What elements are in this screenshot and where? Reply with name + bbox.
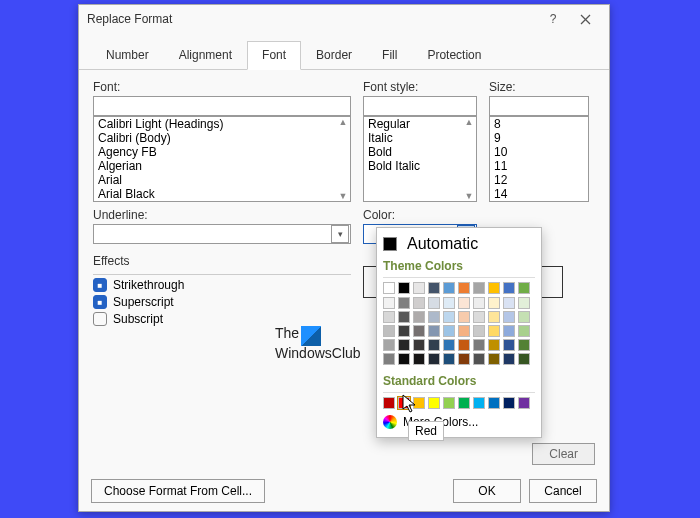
color-swatch[interactable] [488, 397, 500, 409]
font-style-listbox[interactable]: Regular Italic Bold Bold Italic ▲▼ [363, 116, 477, 202]
color-swatch[interactable] [503, 311, 515, 323]
color-swatch[interactable] [383, 353, 395, 365]
color-swatch[interactable] [383, 397, 395, 409]
color-swatch[interactable] [518, 325, 530, 337]
color-swatch[interactable] [428, 311, 440, 323]
color-swatch[interactable] [458, 297, 470, 309]
scrollbar[interactable]: ▲▼ [336, 117, 350, 201]
color-swatch[interactable] [398, 325, 410, 337]
ok-button[interactable]: OK [453, 479, 521, 503]
color-swatch[interactable] [443, 339, 455, 351]
font-item[interactable]: Calibri (Body) [94, 131, 350, 145]
color-swatch[interactable] [488, 325, 500, 337]
color-swatch[interactable] [383, 282, 395, 294]
color-swatch[interactable] [443, 311, 455, 323]
color-swatch[interactable] [413, 339, 425, 351]
color-swatch[interactable] [503, 339, 515, 351]
tab-font[interactable]: Font [247, 41, 301, 70]
color-swatch[interactable] [443, 325, 455, 337]
color-swatch[interactable] [443, 397, 455, 409]
tab-protection[interactable]: Protection [412, 41, 496, 69]
tab-alignment[interactable]: Alignment [164, 41, 247, 69]
more-colors-item[interactable]: More Colors... [383, 413, 535, 431]
color-swatch[interactable] [398, 353, 410, 365]
color-swatch[interactable] [383, 339, 395, 351]
color-swatch[interactable] [473, 311, 485, 323]
color-swatch[interactable] [473, 339, 485, 351]
font-listbox[interactable]: Calibri Light (Headings) Calibri (Body) … [93, 116, 351, 202]
cancel-button[interactable]: Cancel [529, 479, 597, 503]
color-swatch[interactable] [458, 311, 470, 323]
color-swatch[interactable] [413, 282, 425, 294]
font-item[interactable]: Arial Black [94, 187, 350, 201]
underline-combo[interactable]: ▾ [93, 224, 351, 244]
color-swatch[interactable] [398, 282, 410, 294]
color-swatch[interactable] [503, 325, 515, 337]
strikethrough-checkbox[interactable]: Strikethrough [93, 278, 351, 292]
style-item[interactable]: Bold [364, 145, 476, 159]
color-swatch[interactable] [518, 282, 530, 294]
font-item[interactable]: Algerian [94, 159, 350, 173]
color-swatch[interactable] [458, 353, 470, 365]
color-swatch[interactable] [518, 353, 530, 365]
tab-border[interactable]: Border [301, 41, 367, 69]
color-swatch[interactable] [473, 353, 485, 365]
subscript-checkbox[interactable]: Subscript [93, 312, 351, 326]
color-swatch[interactable] [503, 353, 515, 365]
help-button[interactable]: ? [537, 7, 569, 31]
color-swatch[interactable] [428, 353, 440, 365]
color-swatch[interactable] [458, 282, 470, 294]
color-swatch[interactable] [488, 339, 500, 351]
color-swatch[interactable] [458, 397, 470, 409]
automatic-color-item[interactable]: Automatic [383, 232, 535, 256]
color-swatch[interactable] [503, 397, 515, 409]
color-swatch[interactable] [443, 282, 455, 294]
choose-format-button[interactable]: Choose Format From Cell... [91, 479, 265, 503]
color-swatch[interactable] [518, 397, 530, 409]
color-swatch[interactable] [518, 311, 530, 323]
scrollbar[interactable]: ▲▼ [462, 117, 476, 201]
color-swatch[interactable] [428, 297, 440, 309]
style-item[interactable]: Regular [364, 117, 476, 131]
font-item[interactable]: Agency FB [94, 145, 350, 159]
color-swatch[interactable] [413, 353, 425, 365]
font-item[interactable]: Arial [94, 173, 350, 187]
color-swatch[interactable] [458, 339, 470, 351]
font-style-input[interactable] [363, 96, 477, 116]
color-swatch[interactable] [488, 353, 500, 365]
chevron-down-icon[interactable]: ▾ [331, 225, 349, 243]
color-swatch[interactable] [518, 297, 530, 309]
style-item[interactable]: Bold Italic [364, 159, 476, 173]
color-swatch[interactable] [443, 353, 455, 365]
superscript-checkbox[interactable]: Superscript [93, 295, 351, 309]
color-swatch[interactable] [473, 397, 485, 409]
color-swatch[interactable] [413, 325, 425, 337]
color-swatch[interactable] [413, 297, 425, 309]
size-input[interactable] [489, 96, 589, 116]
color-swatch[interactable] [473, 282, 485, 294]
color-swatch[interactable] [428, 339, 440, 351]
color-swatch[interactable] [428, 325, 440, 337]
color-swatch[interactable] [428, 397, 440, 409]
color-swatch[interactable] [503, 282, 515, 294]
tab-fill[interactable]: Fill [367, 41, 412, 69]
color-swatch[interactable] [488, 311, 500, 323]
color-swatch[interactable] [398, 297, 410, 309]
scrollbar[interactable] [574, 117, 588, 201]
color-swatch[interactable] [428, 282, 440, 294]
color-swatch[interactable] [518, 339, 530, 351]
size-listbox[interactable]: 8 9 10 11 12 14 [489, 116, 589, 202]
color-swatch[interactable] [488, 297, 500, 309]
color-swatch[interactable] [383, 297, 395, 309]
font-item[interactable]: Calibri Light (Headings) [94, 117, 350, 131]
color-swatch[interactable] [443, 297, 455, 309]
tab-number[interactable]: Number [91, 41, 164, 69]
color-swatch[interactable] [398, 311, 410, 323]
close-button[interactable] [569, 7, 601, 31]
color-swatch[interactable] [413, 311, 425, 323]
clear-button[interactable]: Clear [532, 443, 595, 465]
color-swatch[interactable] [398, 339, 410, 351]
color-swatch[interactable] [458, 325, 470, 337]
color-swatch[interactable] [473, 325, 485, 337]
color-swatch[interactable] [488, 282, 500, 294]
